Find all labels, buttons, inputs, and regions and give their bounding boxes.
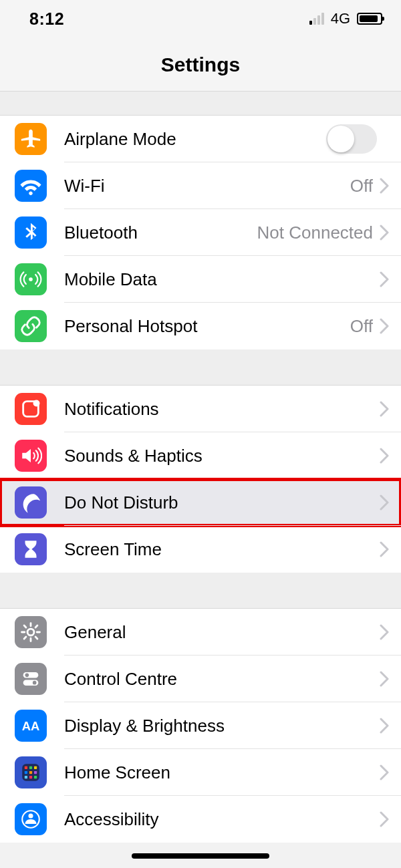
chevron-right-icon: [380, 718, 389, 734]
svg-rect-16: [25, 776, 27, 778]
settings-row-accessibility[interactable]: Accessibility: [0, 796, 401, 843]
row-label: Bluetooth: [64, 223, 257, 243]
row-label: Notifications: [64, 399, 380, 420]
grid-icon: [15, 756, 47, 788]
chevron-right-icon: [380, 401, 389, 417]
svg-point-2: [33, 400, 40, 407]
settings-row-dnd[interactable]: Do Not Disturb: [0, 479, 401, 526]
chevron-right-icon: [380, 811, 389, 827]
bluetooth-icon: [15, 216, 47, 249]
settings-row-display[interactable]: AA Display & Brightness: [0, 702, 401, 749]
airplane-icon: [15, 123, 47, 155]
section-gap: [0, 573, 401, 609]
chevron-right-icon: [380, 671, 389, 687]
svg-rect-18: [34, 776, 37, 778]
page-title: Settings: [0, 53, 401, 76]
svg-text:AA: AA: [22, 719, 40, 733]
row-label: Personal Hotspot: [64, 316, 350, 337]
notify-icon: [15, 393, 47, 425]
row-detail: Not Connected: [257, 223, 373, 243]
chevron-right-icon: [380, 764, 389, 780]
svg-rect-11: [29, 766, 32, 769]
status-time: 8:12: [29, 9, 64, 29]
svg-point-5: [25, 674, 29, 678]
chevron-right-icon: [380, 318, 389, 334]
svg-rect-15: [34, 771, 37, 774]
home-indicator[interactable]: [132, 853, 269, 859]
person-icon: [15, 803, 47, 835]
svg-point-0: [29, 277, 33, 281]
row-label: Accessibility: [64, 809, 380, 830]
row-detail: Off: [350, 316, 373, 337]
row-label: Airplane Mode: [64, 129, 326, 150]
svg-rect-10: [25, 766, 27, 769]
row-label: Display & Brightness: [64, 716, 380, 736]
hourglass-icon: [15, 533, 47, 565]
settings-row-mobiledata[interactable]: Mobile Data: [0, 256, 401, 303]
settings-row-controlcentre[interactable]: Control Centre: [0, 656, 401, 702]
row-label: Mobile Data: [64, 269, 380, 290]
settings-row-wifi[interactable]: Wi-Fi Off: [0, 162, 401, 209]
row-label: Screen Time: [64, 539, 380, 560]
settings-row-bluetooth[interactable]: Bluetooth Not Connected: [0, 209, 401, 256]
section-gap: [0, 92, 401, 116]
svg-point-3: [27, 629, 34, 635]
page-header: Settings: [0, 37, 401, 92]
status-indicators: 4G: [309, 10, 382, 27]
settings-row-notifications[interactable]: Notifications: [0, 386, 401, 432]
battery-icon: [357, 13, 382, 25]
settings-row-sounds[interactable]: Sounds & Haptics: [0, 432, 401, 479]
settings-row-airplane[interactable]: Airplane Mode: [0, 116, 401, 162]
section-gap: [0, 349, 401, 386]
settings-row-hotspot[interactable]: Personal Hotspot Off: [0, 303, 401, 349]
speaker-icon: [15, 440, 47, 472]
switches-icon: [15, 663, 47, 695]
svg-rect-13: [25, 771, 27, 774]
antenna-icon: [15, 263, 47, 295]
gear-icon: [15, 616, 47, 648]
svg-rect-17: [29, 776, 32, 778]
link-icon: [15, 310, 47, 342]
chevron-right-icon: [380, 494, 389, 511]
status-bar: 8:12 4G: [0, 0, 401, 37]
chevron-right-icon: [380, 271, 389, 287]
row-label: Do Not Disturb: [64, 492, 380, 513]
settings-row-general[interactable]: General: [0, 609, 401, 656]
airplane-toggle[interactable]: [326, 124, 377, 154]
row-label: General: [64, 622, 380, 643]
svg-rect-12: [34, 766, 37, 769]
aa-icon: AA: [15, 710, 47, 742]
chevron-right-icon: [380, 448, 389, 464]
row-label: Wi-Fi: [64, 176, 350, 196]
chevron-right-icon: [380, 225, 389, 241]
row-detail: Off: [350, 176, 373, 196]
network-type: 4G: [331, 10, 350, 27]
svg-rect-14: [29, 771, 32, 774]
svg-point-20: [28, 814, 33, 819]
moon-icon: [15, 486, 47, 519]
settings-row-screentime[interactable]: Screen Time: [0, 526, 401, 573]
chevron-right-icon: [380, 624, 389, 640]
cellular-signal-icon: [309, 13, 324, 25]
chevron-right-icon: [380, 178, 389, 194]
row-label: Control Centre: [64, 669, 380, 690]
row-label: Home Screen: [64, 762, 380, 783]
svg-point-7: [33, 681, 37, 685]
settings-row-homescreen[interactable]: Home Screen: [0, 749, 401, 796]
row-label: Sounds & Haptics: [64, 446, 380, 466]
wifi-icon: [15, 170, 47, 202]
chevron-right-icon: [380, 541, 389, 557]
